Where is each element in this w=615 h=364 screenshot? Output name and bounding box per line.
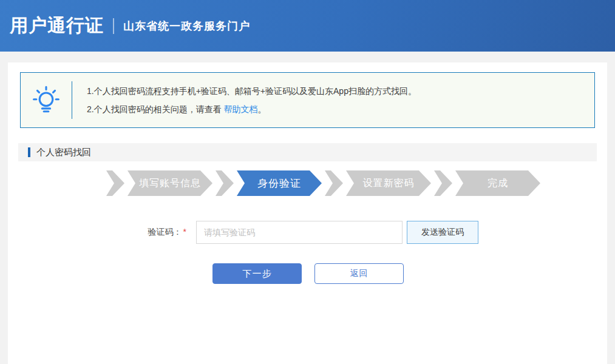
next-step-button[interactable]: 下一步 — [212, 263, 302, 284]
notice-icon-cell — [21, 73, 72, 127]
captcha-label-text: 验证码： — [148, 227, 182, 237]
send-code-button[interactable]: 发送验证码 — [407, 221, 478, 244]
portal-name: 山东省统一政务服务门户 — [123, 19, 250, 33]
notice-line-2: 2.个人找回密码的相关问题，请查看 帮助文档。 — [87, 100, 416, 118]
step-complete: 完成 — [455, 170, 540, 196]
step-connector-icon — [325, 170, 343, 196]
notice-line-2-period: 。 — [258, 104, 267, 114]
captcha-input[interactable] — [196, 221, 403, 244]
notice-line-2-text: 2.个人找回密码的相关问题，请查看 — [87, 104, 224, 114]
lightbulb-icon — [32, 84, 61, 116]
notice-line-1: 1.个人找回密码流程支持手机+验证码、邮箱号+验证码以及爱山东App扫脸的方式找… — [87, 82, 416, 100]
back-button[interactable]: 返回 — [314, 263, 404, 284]
section-title: 个人密码找回 — [36, 147, 91, 158]
section-header: 个人密码找回 — [18, 143, 597, 161]
step-fill-account-info: 填写账号信息 — [127, 170, 212, 196]
required-asterisk: * — [183, 227, 186, 237]
header-divider — [113, 18, 114, 34]
page-header: 用户通行证 山东省统一政务服务门户 — [0, 0, 615, 52]
captcha-label: 验证码：* — [8, 227, 196, 238]
captcha-form-row: 验证码：* 发送验证码 — [8, 221, 607, 244]
step-connector-icon — [106, 170, 124, 196]
help-doc-link[interactable]: 帮助文档 — [224, 104, 258, 114]
notice-box: 1.个人找回密码流程支持手机+验证码、邮箱号+验证码以及爱山东App扫脸的方式找… — [20, 72, 595, 128]
section-accent-bar — [28, 147, 30, 157]
app-title: 用户通行证 — [10, 13, 104, 38]
step-set-new-password: 设置新密码 — [346, 170, 431, 196]
step-connector-icon — [434, 170, 452, 196]
step-connector-icon — [216, 170, 234, 196]
main-card: 1.个人找回密码流程支持手机+验证码、邮箱号+验证码以及爱山东App扫脸的方式找… — [8, 62, 607, 364]
wizard-steps: 填写账号信息 身份验证 设置新密码 完成 — [106, 170, 607, 196]
step-identity-verification: 身份验证 — [237, 170, 322, 196]
action-buttons: 下一步 返回 — [212, 263, 607, 284]
